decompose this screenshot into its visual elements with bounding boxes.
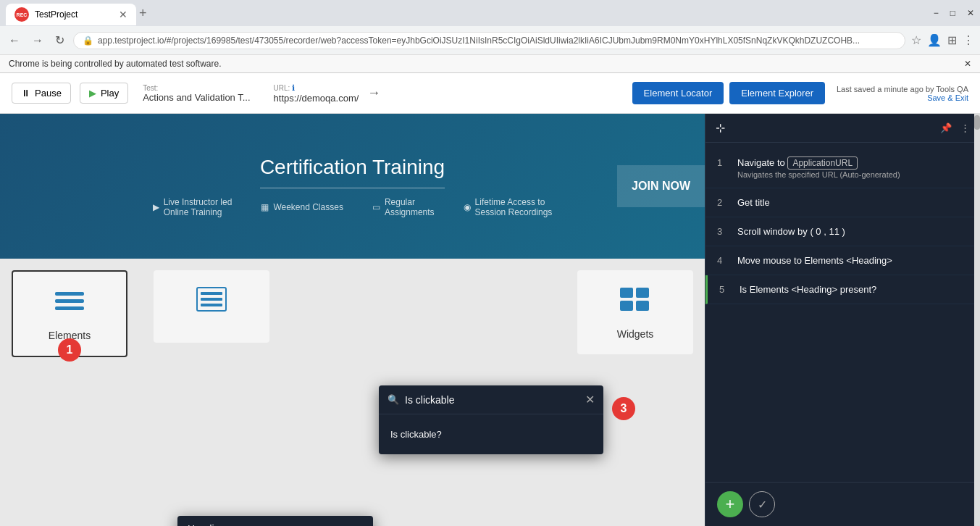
- last-saved-text: Last saved a minute ago by Tools QA: [837, 85, 968, 93]
- search-dropdown: 🔍 ✕ Is clickable? 3: [379, 385, 603, 454]
- maximize-button[interactable]: □: [950, 8, 955, 18]
- main-content: Certification Training ▶ Live Instructor…: [0, 114, 980, 526]
- step-number-5: 5: [719, 284, 731, 295]
- svg-rect-1: [55, 299, 84, 303]
- step-content-1: Navigate to ApplicationURL Navigates the…: [737, 157, 968, 179]
- branch-icon[interactable]: ⑂: [342, 524, 348, 527]
- cert-features: ▶ Live Instructor ledOnline Training ▦ W…: [153, 197, 553, 217]
- element-locator-button[interactable]: Element Locator: [632, 82, 724, 104]
- step-number-2: 2: [717, 197, 729, 208]
- step-tag-1: ApplicationURL: [787, 156, 858, 170]
- pause-icon: ⏸: [21, 88, 30, 99]
- step-title-3: Scroll window by ( 0 , 11 ): [737, 226, 968, 237]
- search-input[interactable]: [405, 394, 579, 406]
- badge-3-wrapper: 3: [612, 397, 635, 420]
- url-label: URL: ℹ: [274, 83, 359, 93]
- browser-frame: REC TestProject ✕ + − □ ✕ ← → ↻ 🔒 app.te…: [0, 0, 980, 526]
- pause-button[interactable]: ⏸ Pause: [12, 83, 71, 104]
- doc-icon: ▭: [372, 202, 380, 212]
- badge-1: 1: [58, 338, 81, 362]
- svg-rect-10: [636, 301, 649, 311]
- step-content-4: Move mouse to Elements <Heading>: [737, 255, 968, 266]
- search-result-item[interactable]: Is clickable?: [379, 420, 603, 448]
- context-menu: Heading ⑂ ⋮ ⚙ Actions › 2 ✓: [177, 516, 373, 526]
- search-clear-button[interactable]: ✕: [585, 393, 595, 406]
- address-bar[interactable]: 🔒 app.testproject.io/#/projects/169985/t…: [73, 32, 905, 49]
- svg-rect-0: [55, 292, 84, 296]
- pin-icon[interactable]: 📌: [940, 122, 952, 133]
- forward-button[interactable]: →: [29, 31, 46, 50]
- context-menu-icons: ⑂ ⋮: [342, 524, 363, 527]
- test-label: Test:: [143, 84, 250, 92]
- close-button[interactable]: ✕: [967, 8, 974, 18]
- tab-bar: REC TestProject ✕ + − □ ✕: [0, 0, 980, 26]
- svg-rect-6: [201, 304, 222, 306]
- tab-title: TestProject: [35, 9, 113, 20]
- search-results: Is clickable?: [379, 414, 603, 454]
- right-panel: ⊹ 📌 ⋮ 1 Navigate to ApplicationURL Navig: [705, 114, 980, 526]
- step-title-5: Is Elements <Heading> present?: [740, 284, 968, 295]
- widgets-card[interactable]: Widgets: [577, 270, 693, 354]
- step-item-3[interactable]: 3 Scroll window by ( 0 , 11 ): [705, 217, 980, 246]
- element-explorer-button[interactable]: Element Explorer: [729, 82, 825, 104]
- panel-more-icon[interactable]: ⋮: [960, 122, 970, 133]
- pause-label: Pause: [35, 88, 62, 99]
- navigate-button[interactable]: →: [367, 85, 380, 101]
- url-value: https://demoqa.com/: [274, 93, 359, 104]
- feat-text-2: Weekend Classes: [273, 202, 343, 212]
- checkmark-button[interactable]: ✓: [749, 491, 775, 517]
- blank-card[interactable]: [154, 270, 269, 343]
- play-button[interactable]: ▶ Play: [80, 83, 128, 104]
- step-title-4: Move mouse to Elements <Heading>: [737, 255, 968, 266]
- minimize-button[interactable]: −: [934, 8, 939, 18]
- move-icon[interactable]: ⊹: [716, 121, 725, 135]
- browser-tab[interactable]: REC TestProject ✕: [6, 4, 136, 25]
- step-title-1: Navigate to ApplicationURL: [737, 157, 968, 168]
- scrollbar-thumb[interactable]: [974, 115, 980, 130]
- cert-feature-1: ▶ Live Instructor ledOnline Training: [153, 197, 233, 217]
- widgets-label: Widgets: [617, 328, 654, 340]
- step-desc-1: Navigates the specified URL (Auto-genera…: [737, 170, 968, 179]
- bookmark-icon[interactable]: ☆: [911, 33, 921, 47]
- tab-close-button[interactable]: ✕: [119, 9, 127, 20]
- more-options-icon[interactable]: ⋮: [353, 524, 363, 527]
- cert-banner: Certification Training ▶ Live Instructor…: [0, 114, 705, 259]
- nav-icons: ☆ 👤 ⊞ ⋮: [911, 33, 974, 47]
- url-display: app.testproject.io/#/projects/169985/tes…: [98, 36, 896, 46]
- step-item-1[interactable]: 1 Navigate to ApplicationURL Navigates t…: [705, 149, 980, 188]
- profile-icon[interactable]: 👤: [927, 33, 942, 47]
- feat-text-3: RegularAssignments: [385, 197, 435, 217]
- svg-rect-9: [620, 301, 633, 311]
- refresh-button[interactable]: ↻: [52, 30, 67, 50]
- test-name: Actions and Validation T...: [143, 92, 250, 103]
- search-icon: 🔍: [388, 394, 399, 405]
- test-info: Test: Actions and Validation T...: [143, 84, 250, 103]
- step-item-5[interactable]: 5 Is Elements <Heading> present?: [705, 275, 980, 304]
- extensions-icon[interactable]: ⊞: [947, 33, 957, 47]
- elements-card[interactable]: Elements 1: [12, 270, 127, 357]
- back-button[interactable]: ←: [6, 31, 23, 50]
- headphone-icon: ◉: [464, 202, 471, 212]
- add-step-button[interactable]: +: [717, 491, 743, 517]
- step-item-4[interactable]: 4 Move mouse to Elements <Heading>: [705, 246, 980, 275]
- new-tab-button[interactable]: +: [139, 6, 147, 21]
- website-preview: Certification Training ▶ Live Instructor…: [0, 114, 705, 526]
- window-controls: − □ ✕: [934, 8, 974, 18]
- right-panel-header: ⊹ 📌 ⋮: [705, 114, 980, 143]
- rec-icon: REC: [14, 7, 29, 22]
- chrome-banner-close[interactable]: ✕: [964, 59, 971, 69]
- svg-rect-2: [55, 306, 84, 310]
- save-exit-link[interactable]: Save & Exit: [927, 93, 968, 102]
- join-now-button[interactable]: JOIN NOW: [617, 165, 705, 207]
- step-item-2[interactable]: 2 Get title: [705, 188, 980, 217]
- play-icon: ▶: [89, 88, 96, 99]
- url-section: URL: ℹ https://demoqa.com/: [274, 83, 359, 104]
- more-icon[interactable]: ⋮: [963, 33, 974, 47]
- save-info: Last saved a minute ago by Tools QA Save…: [837, 85, 968, 102]
- step-content-3: Scroll window by ( 0 , 11 ): [737, 226, 968, 237]
- scrollbar[interactable]: [974, 114, 980, 526]
- step-title-2: Get title: [737, 197, 968, 208]
- chrome-banner: Chrome is being controlled by automated …: [0, 55, 980, 73]
- play-label: Play: [101, 88, 119, 99]
- feat-text-1: Live Instructor ledOnline Training: [164, 197, 233, 217]
